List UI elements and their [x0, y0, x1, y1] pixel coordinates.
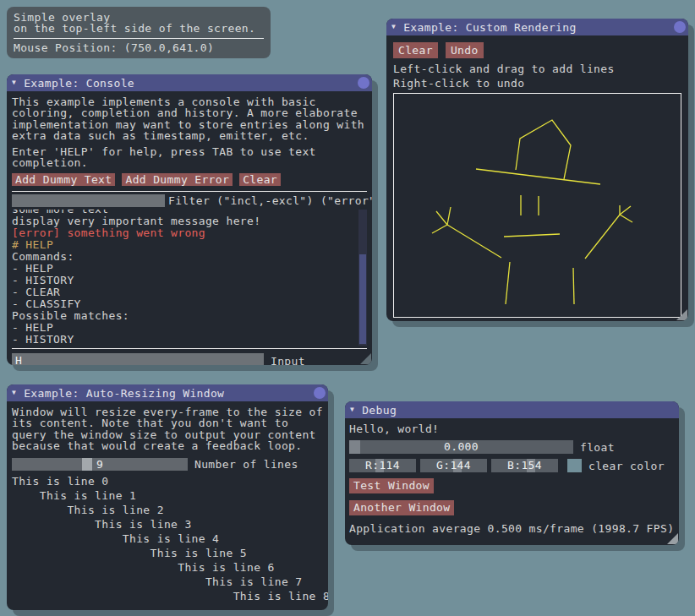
filter-input[interactable] — [12, 194, 165, 207]
rgb-drag-r[interactable]: R:114 — [349, 459, 416, 472]
resize-grip-icon[interactable] — [360, 353, 371, 364]
autoresize-line: This is line 8 — [12, 589, 323, 603]
simple-overlay: Simple overlay on the top-left side of t… — [7, 7, 271, 58]
resize-grip-icon[interactable] — [676, 309, 687, 320]
test-window-button[interactable]: Test Window — [349, 478, 434, 493]
separator — [12, 191, 367, 192]
hello-world-text: Hello, world! — [349, 423, 675, 434]
clear-color-swatch[interactable] — [567, 459, 582, 472]
autoresize-lines: This is line 0 This is line 1 This is li… — [12, 474, 323, 603]
console-help-text: Enter 'HELP' for help, press TAB to use … — [12, 146, 367, 157]
autoresize-line: This is line 0 — [12, 474, 323, 488]
resize-grip-icon[interactable] — [667, 533, 678, 544]
rgb-drag-g[interactable]: G:144 — [420, 459, 487, 472]
overlay-line: Simple overlay — [14, 12, 264, 23]
autoresize-line: This is line 1 — [12, 488, 323, 503]
number-of-lines-label: Number of lines — [194, 458, 298, 471]
debug-window-title: Debug — [362, 404, 397, 417]
canvas-undo-button[interactable]: Undo — [446, 42, 484, 58]
screen: Simple overlay on the top-left side of t… — [0, 0, 695, 616]
console-window: ▼ Example: Console This example implemen… — [7, 74, 372, 365]
auto-resizing-window: ▼ Example: Auto-Resizing Window Window w… — [7, 384, 328, 610]
number-of-lines-slider[interactable]: 9 — [12, 458, 188, 471]
stick-figure-drawing — [394, 94, 681, 317]
console-log-line: # HELP — [12, 239, 367, 251]
custom-rendering-window: ▼ Example: Custom Rendering Clear Undo L… — [386, 19, 688, 321]
console-log-line: - CLEAR — [12, 286, 367, 298]
collapse-arrow-icon[interactable]: ▼ — [350, 401, 354, 418]
close-button-icon[interactable] — [358, 77, 369, 89]
debug-window: ▼ Debug Hello, world! 0.000 float R:114G… — [345, 401, 679, 545]
custom-rendering-titlebar[interactable]: ▼ Example: Custom Rendering — [386, 19, 688, 35]
console-description: coloring, completion and history. A more… — [12, 107, 367, 118]
debug-titlebar[interactable]: ▼ Debug — [345, 401, 679, 418]
clear-button[interactable]: Clear — [239, 173, 281, 186]
console-log[interactable]: some more textdisplay very important mes… — [12, 210, 367, 346]
scrollbar-grab[interactable] — [359, 254, 366, 344]
console-input-field[interactable]: H — [12, 353, 264, 365]
auto-resizing-titlebar[interactable]: ▼ Example: Auto-Resizing Window — [7, 384, 328, 401]
scrollbar[interactable] — [358, 210, 367, 346]
close-button-icon[interactable] — [674, 21, 686, 33]
console-log-line: [error] something went wrong — [12, 227, 367, 239]
rgb-value: G:144 — [420, 459, 487, 472]
collapse-arrow-icon[interactable]: ▼ — [12, 384, 16, 401]
canvas-clear-button[interactable]: Clear — [393, 42, 438, 58]
custom-rendering-title: Example: Custom Rendering — [403, 21, 576, 34]
add-dummy-text-button[interactable]: Add Dummy Text — [12, 173, 115, 186]
filter-label: Filter ("incl,-excl") ("error" — [168, 194, 372, 207]
add-dummy-error-button[interactable]: Add Dummy Error — [122, 173, 233, 186]
console-log-line: - HISTORY — [12, 275, 367, 286]
rgb-value: R:114 — [349, 459, 416, 472]
console-log-lines: some more textdisplay very important mes… — [12, 210, 367, 346]
clear-color-label: clear color — [588, 460, 665, 472]
autoresize-line: This is line 4 — [12, 532, 323, 546]
console-description: implementation may want to store entries… — [12, 119, 367, 130]
slider-value: 0.000 — [349, 440, 573, 454]
drawing-canvas[interactable] — [393, 93, 681, 318]
autoresize-description: query the window size to output your con… — [12, 429, 323, 440]
console-input-label: Input — [271, 355, 305, 365]
console-window-title: Example: Console — [24, 77, 134, 90]
console-titlebar[interactable]: ▼ Example: Console — [7, 74, 372, 91]
fps-stats-text: Application average 0.500 ms/frame (1998… — [349, 523, 675, 534]
autoresize-line: This is line 3 — [12, 517, 323, 532]
console-log-line: display very important message here! — [12, 215, 367, 227]
rgb-row: R:114G:144B:154 clear color — [349, 459, 675, 472]
console-description: This example implements a console with b… — [12, 96, 367, 107]
console-log-line: - HELP — [12, 263, 367, 275]
float-label: float — [580, 441, 615, 454]
collapse-arrow-icon[interactable]: ▼ — [391, 19, 396, 35]
autoresize-line: This is line 7 — [12, 575, 323, 589]
auto-resizing-title: Example: Auto-Resizing Window — [24, 387, 224, 400]
console-log-line: Possible matches: — [12, 310, 367, 322]
rgb-drag-b[interactable]: B:154 — [491, 459, 558, 472]
canvas-instruction: Left-click and drag to add lines — [393, 62, 681, 76]
console-log-line: - CLASSIFY — [12, 298, 367, 310]
autoresize-line: This is line 5 — [12, 546, 323, 560]
autoresize-line: This is line 6 — [12, 560, 323, 575]
collapse-arrow-icon[interactable]: ▼ — [12, 74, 16, 91]
autoresize-description: Window will resize every-frame to the si… — [12, 406, 323, 417]
console-help-text: completion. — [12, 157, 367, 168]
separator — [12, 348, 367, 349]
canvas-instruction: Right-click to undo — [393, 76, 681, 90]
close-button-icon[interactable] — [314, 387, 326, 399]
console-description: extra data such as timestamp, emitter, e… — [12, 130, 367, 141]
another-window-button[interactable]: Another Window — [349, 500, 454, 515]
rgb-value: B:154 — [491, 459, 558, 472]
slider-value: 9 — [12, 458, 188, 471]
autoresize-description: its content. Note that you don't want to — [12, 417, 323, 428]
autoresize-description: because that would create a feedback loo… — [12, 440, 323, 451]
float-slider[interactable]: 0.000 — [349, 440, 573, 454]
console-log-line: - HISTORY — [12, 334, 367, 346]
overlay-line: on the top-left side of the screen. — [14, 23, 264, 34]
mouse-position-text: Mouse Position: (750.0,641.0) — [14, 42, 264, 53]
autoresize-line: This is line 2 — [12, 503, 323, 517]
console-log-line: Commands: — [12, 251, 367, 263]
console-log-line: - HELP — [12, 322, 367, 334]
overlay-separator — [14, 38, 264, 39]
